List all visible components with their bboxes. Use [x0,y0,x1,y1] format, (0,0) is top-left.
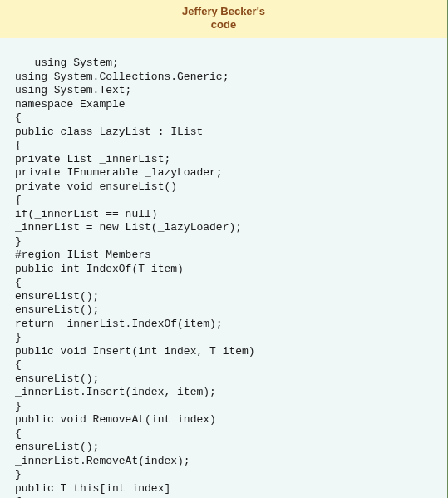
title-line-1: Jeffery Becker's [182,5,265,18]
page: Jeffery Becker's code using System; usin… [0,0,448,498]
code-listing: using System; using System.Collections.G… [0,38,447,498]
header-band: Jeffery Becker's code [0,0,447,38]
title-block: Jeffery Becker's code [182,5,265,32]
title-line-2: code [182,18,265,32]
